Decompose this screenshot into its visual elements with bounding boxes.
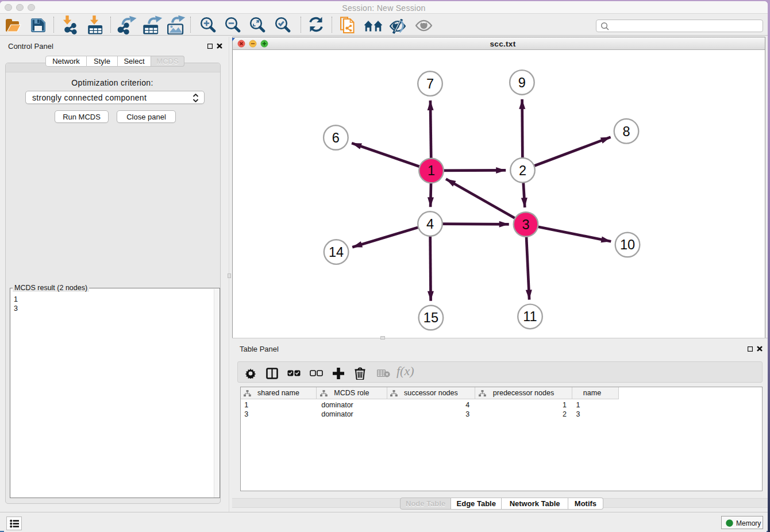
svg-text:11: 11 [523, 309, 537, 324]
svg-text:9: 9 [518, 75, 526, 90]
svg-text:3: 3 [522, 217, 529, 232]
svg-text:4: 4 [426, 217, 434, 232]
svg-text:8: 8 [622, 124, 630, 139]
svg-text:15: 15 [424, 310, 438, 325]
svg-text:2: 2 [519, 163, 526, 178]
svg-text:1: 1 [428, 163, 435, 178]
svg-text:6: 6 [332, 130, 340, 145]
svg-text:10: 10 [620, 237, 635, 252]
svg-text:7: 7 [426, 76, 434, 91]
svg-text:14: 14 [329, 245, 344, 260]
